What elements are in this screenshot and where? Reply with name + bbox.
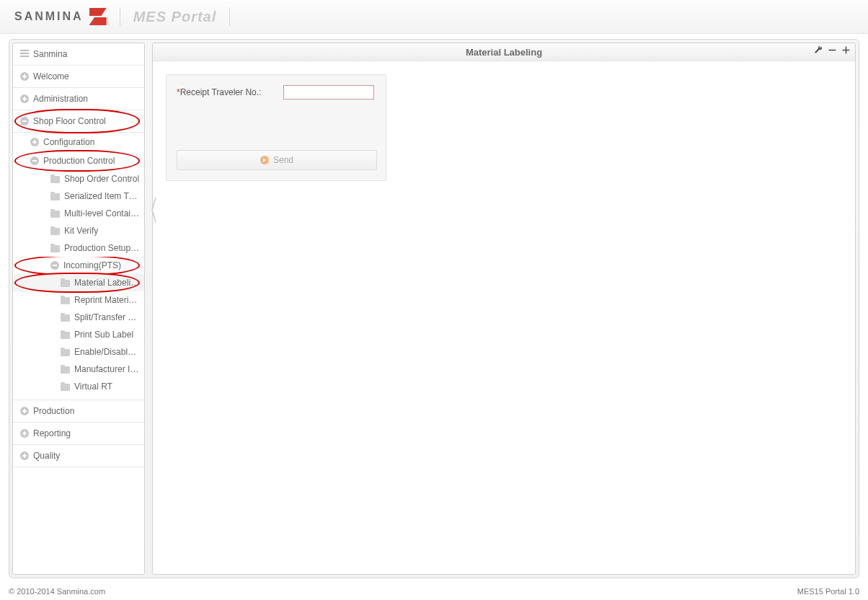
svg-rect-0 <box>829 50 836 51</box>
tree-label: Production Setup(PTS) <box>64 243 140 253</box>
expand-icon <box>20 94 29 103</box>
page-title: Material Labeling <box>153 47 855 58</box>
tree-label: Quality <box>33 451 60 461</box>
maximize-icon[interactable] <box>841 45 851 55</box>
send-button-label: Send <box>273 155 293 165</box>
tree-item-production-setup-pts[interactable]: Production Setup(PTS) <box>13 239 144 257</box>
tree-item-enable-disable-aml[interactable]: Enable/Disable AML <box>13 343 144 361</box>
main-panel-header: Material Labeling <box>153 43 855 61</box>
receipt-traveler-input[interactable] <box>283 85 374 100</box>
tree-label: Production <box>33 406 74 416</box>
tree-item-production[interactable]: Production <box>13 400 144 423</box>
collapse-icon <box>30 156 39 165</box>
tree-item-reporting[interactable]: Reporting <box>13 423 144 445</box>
main-panel: Material Labeling *Receipt Traveler No.:… <box>152 43 856 575</box>
divider <box>229 7 230 26</box>
tree-item-material-labeling[interactable]: Material Labeling <box>13 274 144 291</box>
tree-item-reprint-material-label[interactable]: Reprint Material Label <box>13 291 144 309</box>
app-body: Sanmina Welcome Administration Shop Floo… <box>9 39 859 578</box>
nav-tree: Sanmina Welcome Administration Shop Floo… <box>12 43 145 575</box>
expand-icon <box>20 72 29 81</box>
tree-item-production-control[interactable]: Production Control <box>13 151 144 170</box>
folder-icon <box>50 193 60 200</box>
app-header: SANMINA MES Portal <box>0 0 868 34</box>
tree-root-sanmina[interactable]: Sanmina <box>13 43 144 66</box>
panel-tools <box>814 45 851 55</box>
tree-label: Shop Order Control <box>64 174 139 184</box>
send-arrow-icon <box>260 156 269 164</box>
tree-item-shop-floor-control[interactable]: Shop Floor Control <box>13 110 144 133</box>
tree-label: Sanmina <box>33 49 67 59</box>
tree-item-serialized-item-tracker[interactable]: Serialized Item Tracker <box>13 188 144 205</box>
tree-label: Reprint Material Label <box>74 295 140 305</box>
tree-label: Virtual RT <box>74 381 112 392</box>
tree-item-virtual-rt[interactable]: Virtual RT <box>13 378 144 395</box>
tree-label: Configuration <box>43 137 94 147</box>
chevron-left-icon <box>151 196 157 224</box>
field-label-text: Receipt Traveler No.: <box>180 87 262 97</box>
tree-item-split-transfer-material[interactable]: Split/Transfer Material <box>13 309 144 326</box>
footer-copyright: © 2010-2014 Sanmina.com <box>9 587 105 596</box>
collapse-icon <box>20 117 29 125</box>
form-row-receipt-traveler: *Receipt Traveler No.: <box>177 85 376 100</box>
main-panel-body: *Receipt Traveler No.: Send <box>153 61 855 194</box>
tree-label: Manufacturer Info <box>74 364 140 374</box>
folder-icon <box>61 384 70 391</box>
tree-item-quality[interactable]: Quality <box>13 445 144 467</box>
tree-item-shop-order-control[interactable]: Shop Order Control <box>13 170 144 188</box>
folder-icon <box>61 280 70 287</box>
splitter-collapse-handle[interactable] <box>151 195 158 224</box>
tree-label: Serialized Item Tracker <box>64 191 140 201</box>
send-button[interactable]: Send <box>177 150 377 170</box>
tree-label: Shop Floor Control <box>33 116 106 126</box>
tree-item-welcome[interactable]: Welcome <box>13 66 144 88</box>
footer-version: MES15 Portal 1.0 <box>797 587 859 596</box>
folder-icon <box>61 314 70 322</box>
tree-item-print-sub-label[interactable]: Print Sub Label <box>13 326 144 343</box>
tree-label: Welcome <box>33 71 69 81</box>
tree-item-manufacturer-info[interactable]: Manufacturer Info <box>13 361 144 378</box>
brand: SANMINA <box>14 8 107 25</box>
tree-label: Enable/Disable AML <box>74 347 140 357</box>
tree-item-multi-level-container-pack[interactable]: Multi-level Container Pack. <box>13 205 144 222</box>
tree-item-kit-verify[interactable]: Kit Verify <box>13 222 144 239</box>
field-label: *Receipt Traveler No.: <box>177 87 283 97</box>
collapse-icon <box>50 261 59 270</box>
tree-label: Kit Verify <box>64 226 98 236</box>
folder-icon <box>61 349 70 356</box>
folder-icon <box>61 366 70 374</box>
brand-logo-icon <box>89 8 107 25</box>
tree-label: Reporting <box>33 428 71 438</box>
folder-icon <box>50 176 60 183</box>
footer: © 2010-2014 Sanmina.com MES15 Portal 1.0 <box>9 587 859 596</box>
list-icon <box>20 50 29 58</box>
sidebar: Sanmina Welcome Administration Shop Floo… <box>12 43 145 575</box>
expand-icon <box>30 138 39 146</box>
folder-icon <box>61 297 70 304</box>
tree-item-administration[interactable]: Administration <box>13 88 144 110</box>
tree-label: Administration <box>33 94 88 104</box>
divider <box>120 7 120 26</box>
tree-label: Split/Transfer Material <box>74 312 140 322</box>
tree-label: Print Sub Label <box>74 330 133 340</box>
minimize-icon[interactable] <box>828 45 837 55</box>
tree-label: Material Labeling <box>74 278 140 288</box>
brand-name: SANMINA <box>14 10 84 23</box>
folder-icon <box>61 332 70 339</box>
tree-label: Multi-level Container Pack. <box>64 208 140 219</box>
tree-item-incoming-pts[interactable]: Incoming(PTS) <box>13 257 144 274</box>
tree-label: Incoming(PTS) <box>63 260 121 270</box>
expand-icon <box>20 429 29 438</box>
expand-icon <box>20 407 29 415</box>
folder-icon <box>50 245 60 252</box>
expand-icon <box>20 451 29 460</box>
tree-item-configuration[interactable]: Configuration <box>13 133 144 151</box>
tree-label: Production Control <box>43 156 115 166</box>
folder-icon <box>50 228 60 235</box>
wrench-icon[interactable] <box>814 45 823 55</box>
svg-rect-2 <box>843 50 850 51</box>
form-card: *Receipt Traveler No.: Send <box>166 74 386 181</box>
folder-icon <box>50 211 60 218</box>
portal-title: MES Portal <box>133 9 217 25</box>
